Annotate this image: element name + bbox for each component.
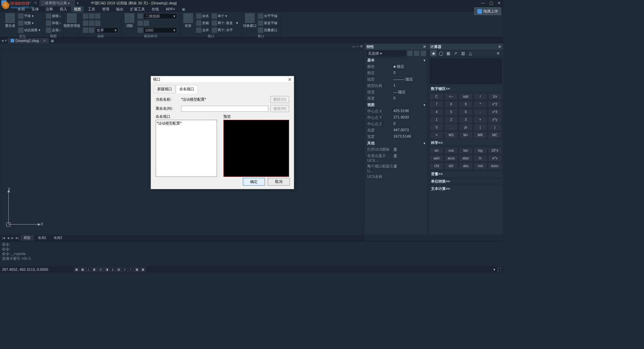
dialog-tab-named[interactable]: 命名视口 bbox=[176, 85, 198, 93]
ucs-icon[interactable] bbox=[89, 28, 94, 33]
status-toggle[interactable]: ◧ bbox=[92, 267, 97, 272]
properties-close-icon[interactable]: ✕ bbox=[423, 45, 426, 49]
layout-tab-model[interactable]: 模型 bbox=[20, 235, 34, 241]
prop-section-header[interactable]: 视图▾ bbox=[365, 102, 428, 108]
ucs-icon[interactable] bbox=[89, 20, 94, 26]
rect-viewport-button[interactable]: 矩形 bbox=[182, 13, 194, 29]
single-vp-button[interactable]: 单个 ▾ bbox=[211, 13, 234, 19]
qat-redo-icon[interactable]: ↷ bbox=[33, 1, 38, 5]
tab-common[interactable]: 常用 bbox=[15, 6, 28, 12]
cmd-grip-icon[interactable]: ⋮⋮ bbox=[1, 242, 7, 245]
dialog-close-icon[interactable]: ✕ bbox=[288, 77, 292, 82]
status-tray-icon[interactable]: ▾ bbox=[493, 267, 495, 272]
calc-key[interactable]: x^y bbox=[488, 116, 502, 123]
sci-key[interactable]: trunc bbox=[488, 162, 502, 169]
layout-next-icon[interactable]: ▶ bbox=[11, 236, 14, 240]
visual-icon[interactable] bbox=[138, 28, 143, 33]
doc-minimize-icon[interactable]: — bbox=[352, 44, 356, 49]
sci-key[interactable]: tan bbox=[459, 147, 473, 154]
extents-button[interactable]: 范围 ▾ bbox=[17, 20, 41, 27]
status-toggle[interactable]: ⊥ bbox=[86, 267, 91, 272]
prop-row[interactable]: 中心点 Z0 bbox=[365, 121, 428, 127]
layout-first-icon[interactable]: |◀ bbox=[1, 236, 6, 240]
prop-tool-icon[interactable] bbox=[421, 51, 426, 56]
bottom-view-button[interactable]: 仰视▾ bbox=[45, 20, 61, 27]
status-toggle[interactable]: ▦ bbox=[80, 267, 85, 272]
visual-icon[interactable] bbox=[144, 20, 149, 26]
ucs-icon[interactable] bbox=[83, 13, 88, 19]
calc-mode-icon[interactable]: ▥ bbox=[460, 50, 466, 56]
top-view-button[interactable]: 俯视▾ bbox=[45, 13, 61, 19]
sci-key[interactable]: sin bbox=[430, 147, 443, 154]
prop-row[interactable]: 图层0 bbox=[365, 70, 428, 76]
document-tab[interactable]: Drawing1.dwg✕ bbox=[8, 38, 49, 44]
calc-mode-icon[interactable]: △ bbox=[467, 50, 473, 56]
sci-key[interactable]: acos bbox=[444, 155, 458, 162]
layout-last-icon[interactable]: ▶| bbox=[15, 236, 19, 240]
prop-row[interactable]: 颜色■ 随层 bbox=[365, 63, 428, 70]
prop-row[interactable]: 厚度0 bbox=[365, 95, 428, 102]
command-window[interactable]: ⋮⋮ 命令: 命令: 命令: _+vports 选项卡索引 <0>:1 bbox=[0, 241, 503, 266]
ucs-icon[interactable] bbox=[95, 20, 100, 26]
ucs-icon[interactable] bbox=[89, 13, 94, 19]
minimize-icon[interactable]: — bbox=[480, 1, 486, 5]
prop-tool-icon[interactable] bbox=[407, 51, 413, 56]
tab-expand-icon[interactable]: ▣ bbox=[179, 6, 188, 12]
tile-h-button[interactable]: 水平平铺 bbox=[257, 13, 278, 19]
qat-open-icon[interactable]: ▢ bbox=[15, 1, 19, 5]
calc-key[interactable]: + bbox=[473, 116, 487, 123]
qat-new-icon[interactable]: ▢ bbox=[9, 1, 13, 5]
calc-key[interactable]: . bbox=[444, 124, 458, 131]
cancel-button[interactable]: 取消 bbox=[268, 178, 290, 186]
tab-view[interactable]: 视图 bbox=[71, 6, 84, 12]
modify-button[interactable]: 修改(M) bbox=[270, 105, 289, 112]
status-toggle[interactable]: ∠ bbox=[110, 267, 115, 272]
tab-insert[interactable]: 插入 bbox=[57, 6, 70, 12]
sci-key[interactable]: ln bbox=[473, 155, 487, 162]
calc-key[interactable]: sqrt bbox=[459, 93, 473, 100]
calc-key[interactable]: 7 bbox=[430, 101, 443, 108]
dialog-tab-new[interactable]: 新建视口 bbox=[154, 85, 176, 93]
hide-button[interactable]: 消隐 bbox=[123, 13, 136, 29]
prop-tool-icon[interactable] bbox=[414, 51, 419, 56]
calc-key[interactable]: MC bbox=[488, 132, 502, 139]
tab-close-icon[interactable]: ✕ bbox=[43, 39, 46, 43]
list-item[interactable]: *活动模型配置* bbox=[157, 121, 216, 126]
layout-tab-2[interactable]: 布局2 bbox=[50, 235, 66, 241]
sci-key[interactable]: log bbox=[473, 147, 487, 154]
sci-key[interactable]: abs bbox=[459, 162, 473, 169]
calc-key[interactable]: 6 bbox=[459, 108, 473, 115]
visual-style-combo[interactable]: 二维线框▾ bbox=[144, 13, 177, 19]
status-toggle[interactable]: ▤ bbox=[116, 267, 121, 272]
calc-key[interactable]: * bbox=[473, 101, 487, 108]
status-toggle[interactable]: ▦ bbox=[134, 267, 140, 272]
calc-close-icon[interactable]: ✕ bbox=[498, 45, 501, 49]
qat-dropdown-icon[interactable]: ▾ bbox=[77, 1, 79, 5]
status-fullscreen-icon[interactable]: ⛶ bbox=[497, 267, 501, 272]
calc-key[interactable]: x^3 bbox=[488, 108, 502, 115]
doc-restore-icon[interactable]: ▫ bbox=[357, 44, 359, 49]
named-vp-button[interactable]: 命名 bbox=[196, 13, 210, 19]
calc-key[interactable]: 3 bbox=[459, 116, 473, 123]
prop-section-header[interactable]: 基本▾ bbox=[365, 57, 428, 63]
calc-key[interactable]: ) bbox=[488, 124, 502, 131]
left-view-button[interactable]: 左视▾ bbox=[45, 27, 61, 34]
prop-row[interactable]: UCS名称 bbox=[365, 173, 428, 180]
pan-button[interactable]: 平移 ▾ bbox=[17, 13, 41, 19]
sci-key[interactable]: rnd bbox=[473, 162, 487, 169]
ucs-icon[interactable] bbox=[83, 28, 88, 33]
numpad-header[interactable]: 数字键区<< bbox=[428, 85, 503, 92]
view-manager-button[interactable]: 视图管理器 bbox=[66, 13, 78, 29]
layout-tab-1[interactable]: 布局1 bbox=[35, 235, 50, 241]
prop-row[interactable]: 每个视口都显示 U...是 bbox=[365, 163, 428, 173]
sci-key[interactable]: e^x bbox=[488, 155, 502, 162]
sci-key[interactable]: cos bbox=[444, 147, 458, 154]
calc-key[interactable]: 9 bbox=[459, 101, 473, 108]
orbit-button[interactable]: 动态观察 ▾ bbox=[17, 27, 41, 34]
vp-more-icon[interactable]: ▾ bbox=[235, 13, 239, 33]
tab-output[interactable]: 输出 bbox=[113, 6, 126, 12]
status-toggle[interactable]: ◫ bbox=[98, 267, 103, 272]
calc-key[interactable]: C bbox=[430, 93, 443, 100]
status-toggle[interactable]: ▦ bbox=[140, 267, 146, 272]
calc-key[interactable]: pi bbox=[459, 124, 473, 131]
